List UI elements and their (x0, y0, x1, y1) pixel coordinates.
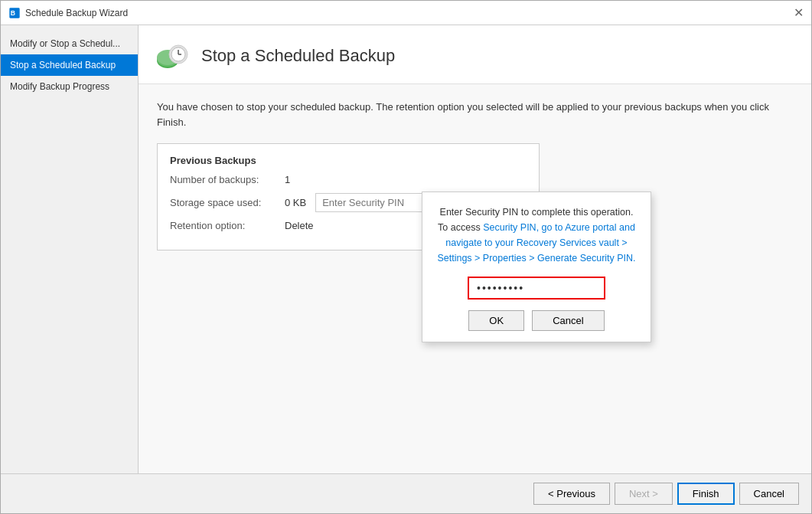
main-panel: Stop a Scheduled Backup You have chosen … (139, 25, 811, 473)
security-pin-link[interactable]: Security PIN, go to Azure portal and nav… (437, 222, 635, 264)
cancel-popup-button[interactable]: Cancel (532, 310, 604, 331)
title-bar: B Schedule Backup Wizard ✕ (1, 1, 811, 25)
label-storage: Storage space used: (170, 197, 285, 208)
pin-field-wrap (435, 277, 638, 300)
value-retention: Delete (285, 220, 314, 231)
footer: < Previous Next > Finish Cancel (1, 473, 811, 513)
svg-text:B: B (11, 9, 15, 17)
info-row-backups: Number of backups: 1 (170, 174, 527, 185)
backup-info-title: Previous Backups (170, 155, 527, 166)
window-icon: B (8, 7, 21, 19)
cancel-button[interactable]: Cancel (739, 483, 799, 505)
sidebar-item-stop-backup[interactable]: Stop a Scheduled Backup (1, 54, 138, 76)
header-icon (154, 38, 191, 74)
main-window: B Schedule Backup Wizard ✕ Modify or Sto… (0, 0, 812, 514)
next-button[interactable]: Next > (615, 483, 673, 505)
ok-button[interactable]: OK (468, 310, 524, 331)
pin-popup-text: Enter Security PIN to complete this oper… (435, 205, 638, 266)
value-storage: 0 KB (285, 197, 306, 208)
pin-popup-buttons: OK Cancel (435, 310, 638, 331)
sidebar-item-modify-stop[interactable]: Modify or Stop a Schedul... (1, 33, 138, 54)
finish-button[interactable]: Finish (677, 483, 735, 505)
window-title: Schedule Backup Wizard (25, 8, 794, 18)
content-area: Modify or Stop a Schedul... Stop a Sched… (1, 25, 811, 473)
pin-password-input[interactable] (468, 277, 605, 300)
close-button[interactable]: ✕ (794, 7, 804, 19)
page-title: Stop a Scheduled Backup (201, 46, 395, 66)
value-backups: 1 (285, 174, 290, 185)
main-content: You have chosen to stop your scheduled b… (139, 84, 811, 473)
label-retention: Retention option: (170, 220, 285, 231)
sidebar-item-modify-progress[interactable]: Modify Backup Progress (1, 76, 138, 97)
previous-button[interactable]: < Previous (533, 483, 610, 505)
label-backups: Number of backups: (170, 174, 285, 185)
header-area: Stop a Scheduled Backup (139, 25, 811, 84)
description: You have chosen to stop your scheduled b… (157, 100, 793, 129)
sidebar: Modify or Stop a Schedul... Stop a Sched… (1, 25, 139, 473)
pin-popup: Enter Security PIN to complete this oper… (422, 192, 651, 342)
